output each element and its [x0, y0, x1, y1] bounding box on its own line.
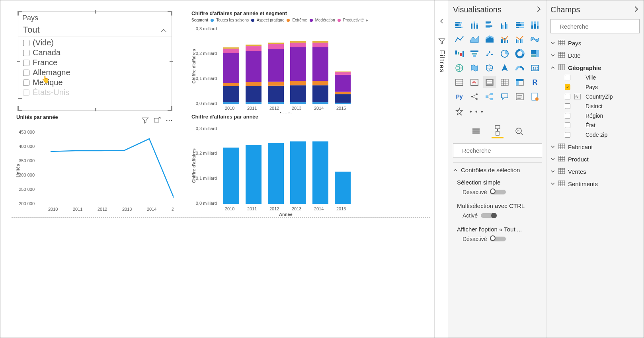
table-field[interactable]: Code zip [550, 130, 640, 140]
viz-filled-map-icon[interactable] [468, 62, 481, 74]
viz-qa-icon[interactable] [498, 91, 511, 103]
viz-clustered-column-icon[interactable] [498, 19, 511, 31]
fields-search-box[interactable] [550, 19, 640, 33]
table-header[interactable]: Géographie [550, 63, 640, 73]
line-chart-unites[interactable]: Unités par année 200 000 250 000 300 000… [16, 114, 176, 216]
viz-r-script-icon[interactable]: R [529, 76, 541, 88]
viz-search-input[interactable] [462, 147, 538, 154]
viz-pie-icon[interactable] [498, 48, 511, 60]
chevron-right-icon[interactable] [535, 6, 542, 14]
viz-multi-row-card-icon[interactable] [453, 76, 466, 88]
fields-tab[interactable] [470, 124, 482, 138]
svg-point-178 [516, 128, 521, 134]
viz-python-icon[interactable]: Py [453, 91, 466, 103]
slicer-option[interactable]: (Vide) [18, 38, 172, 48]
viz-smart-narrative-icon[interactable] [513, 91, 526, 103]
viz-stacked-bar-icon[interactable] [453, 19, 466, 31]
viz-area-icon[interactable] [468, 33, 481, 45]
viz-map-icon[interactable] [453, 62, 466, 74]
viz-100-stacked-column-icon[interactable] [529, 19, 541, 31]
viz-search-box[interactable] [453, 143, 542, 157]
svg-rect-177 [497, 129, 498, 131]
analytics-tab[interactable] [513, 124, 525, 138]
fields-search-input[interactable] [560, 23, 635, 30]
table-field[interactable]: Pays [550, 82, 640, 92]
viz-azure-map-icon[interactable] [498, 62, 511, 74]
table-field[interactable]: Ville [550, 73, 640, 82]
slicer-checkbox[interactable] [23, 89, 29, 96]
svg-rect-22 [223, 102, 239, 104]
viz-get-more-icon[interactable] [453, 106, 466, 118]
table-field[interactable]: fxCountryZip [550, 92, 640, 101]
table-header[interactable]: Date [550, 51, 640, 60]
viz-100-stacked-bar-icon[interactable] [513, 19, 526, 31]
focus-mode-icon[interactable] [153, 117, 161, 126]
table-header[interactable]: Product [550, 154, 640, 164]
svg-rect-99 [486, 27, 490, 28]
viz-scatter-icon[interactable] [483, 48, 496, 60]
chevron-right-icon[interactable] [632, 6, 640, 14]
viz-matrix-icon[interactable] [513, 76, 526, 88]
svg-rect-103 [506, 24, 507, 29]
viz-shape-map-icon[interactable] [483, 62, 496, 74]
viz-stacked-column-icon[interactable] [468, 19, 481, 31]
viz-treemap-icon[interactable] [529, 48, 541, 60]
viz-card-icon[interactable]: 123 [529, 62, 541, 74]
chevron-left-icon[interactable] [435, 18, 449, 25]
slicer-checkbox[interactable] [23, 70, 29, 76]
slicer-checkbox[interactable] [23, 50, 29, 56]
table-field[interactable]: État [550, 120, 640, 130]
toggle-show-all-option[interactable]: Désactivé [463, 236, 541, 242]
viz-line-icon[interactable] [453, 33, 466, 45]
toggle-multiselect-ctrl[interactable]: Activé [463, 212, 541, 219]
viz-stacked-area-icon[interactable] [483, 33, 496, 45]
table-field[interactable]: Région [550, 111, 640, 120]
svg-rect-129 [473, 55, 476, 57]
slicer-option[interactable]: Canada [18, 48, 172, 58]
filters-pane-collapsed[interactable]: Filtres [434, 0, 449, 338]
field-checkbox[interactable] [565, 103, 570, 109]
viz-line-clustered-column-icon[interactable] [513, 33, 526, 45]
table-header[interactable]: Fabricant [550, 142, 640, 152]
field-checkbox[interactable] [565, 75, 570, 80]
viz-decomposition-tree-icon[interactable] [483, 91, 496, 103]
stacked-bar-chart-ca-segment[interactable]: Chiffre d'affaires par année et segment … [191, 10, 371, 114]
filter-icon[interactable] [141, 117, 149, 126]
viz-waterfall-icon[interactable] [453, 48, 466, 60]
viz-gauge-icon[interactable] [513, 62, 526, 74]
slicer-option[interactable]: France [18, 58, 172, 68]
viz-donut-icon[interactable] [513, 48, 526, 60]
toggle-selection-simple[interactable]: Désactivé [463, 189, 541, 195]
slicer-checkbox[interactable] [23, 80, 29, 86]
slicer-option[interactable]: États-Unis [18, 87, 172, 97]
table-header[interactable]: Ventes [550, 167, 640, 177]
format-tab[interactable] [492, 124, 503, 138]
slicer-pays-visual[interactable]: Pays Tout (Vide) Canada France Allemagne… [18, 11, 172, 111]
viz-funnel-icon[interactable] [468, 48, 481, 60]
viz-key-influencers-icon[interactable] [468, 91, 481, 103]
viz-ribbon-icon[interactable] [529, 33, 541, 45]
table-header[interactable]: Sentiments [550, 179, 640, 189]
viz-paginated-report-icon[interactable] [529, 91, 541, 103]
viz-line-stacked-column-icon[interactable] [498, 33, 511, 45]
table-field[interactable]: District [550, 101, 640, 111]
field-checkbox[interactable] [565, 122, 570, 128]
viz-slicer-icon[interactable] [483, 76, 496, 88]
field-checkbox[interactable] [565, 113, 570, 118]
viz-clustered-bar-icon[interactable] [483, 19, 496, 31]
more-options-icon[interactable]: • • • [470, 108, 484, 115]
viz-kpi-icon[interactable] [468, 76, 481, 88]
report-canvas[interactable]: Pays Tout (Vide) Canada France Allemagne… [0, 0, 434, 338]
slicer-checkbox[interactable] [23, 40, 29, 46]
more-options-icon[interactable] [165, 117, 173, 126]
field-checkbox[interactable] [565, 132, 570, 138]
table-header[interactable]: Pays [550, 38, 640, 48]
field-checkbox[interactable] [565, 94, 570, 99]
bar-chart-ca-annee[interactable]: Chiffre d'affaires par année 0,0 milliar… [191, 114, 371, 217]
field-checkbox[interactable] [565, 84, 570, 90]
slicer-checkbox[interactable] [23, 60, 29, 66]
section-header[interactable]: Contrôles de sélection [453, 167, 542, 173]
viz-table-icon[interactable] [498, 76, 511, 88]
svg-rect-32 [246, 46, 262, 51]
slicer-dropdown-header[interactable]: Tout [18, 23, 172, 37]
